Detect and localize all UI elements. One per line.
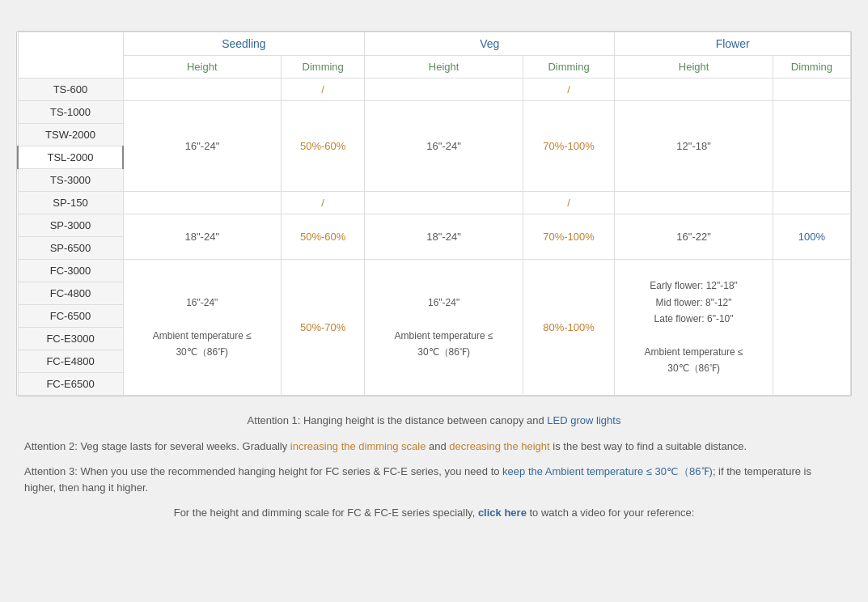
- data-cell: [365, 192, 523, 214]
- data-cell: /: [523, 192, 614, 214]
- data-cell: [773, 192, 850, 214]
- data-cell: 18"-24": [365, 214, 523, 260]
- data-cell: 16"-24"Ambient temperature ≤30℃（86℉): [365, 260, 523, 396]
- data-cell: 50%-70%: [282, 260, 365, 396]
- data-cell: 80%-100%: [523, 260, 614, 396]
- model-cell: FC-E3000: [18, 328, 123, 350]
- click-here-link[interactable]: click here: [478, 507, 527, 519]
- model-cell: TS-600: [18, 78, 123, 101]
- data-cell: [773, 260, 850, 396]
- instruction-table: Seedling Veg Flower Height Dimming Heigh…: [16, 31, 852, 396]
- flower-height-header: Height: [615, 56, 773, 78]
- data-cell: /: [523, 78, 614, 101]
- data-cell: [773, 101, 850, 192]
- data-cell: 100%: [773, 214, 850, 260]
- flower-header: Flower: [615, 32, 851, 56]
- seedling-dimming-header: Dimming: [282, 56, 365, 78]
- data-cell: 16"-22": [615, 214, 773, 260]
- seedling-header: Seedling: [123, 32, 365, 56]
- flower-dimming-header: Dimming: [773, 56, 850, 78]
- model-cell: TS-3000: [18, 169, 123, 192]
- veg-header: Veg: [365, 32, 615, 56]
- data-cell: 16"-24": [365, 101, 523, 192]
- attention-1: Attention 1: Hanging height is the dista…: [24, 413, 844, 429]
- data-cell: 70%-100%: [523, 101, 614, 192]
- table-row: TS-600//: [18, 78, 851, 101]
- attention-4: For the height and dimming scale for FC …: [24, 505, 844, 521]
- attention-2: Attention 2: Veg stage lasts for several…: [24, 439, 844, 455]
- data-cell: /: [282, 78, 365, 101]
- model-cell: TSW-2000: [18, 124, 123, 146]
- model-cell: FC-3000: [18, 260, 123, 282]
- model-cell: FC-E6500: [18, 373, 123, 396]
- data-cell: Early flower: 12"-18"Mid flower: 8"-12"L…: [615, 260, 773, 396]
- data-cell: [365, 78, 523, 101]
- model-cell: SP-6500: [18, 237, 123, 260]
- data-cell: /: [282, 192, 365, 214]
- model-cell: TS-1000: [18, 101, 123, 124]
- data-cell: [123, 78, 282, 101]
- model-cell: TSL-2000: [18, 146, 123, 169]
- data-cell: 12"-18": [615, 101, 773, 192]
- model-cell: SP-3000: [18, 214, 123, 237]
- data-cell: [123, 192, 282, 214]
- attention-3: Attention 3: When you use the recommende…: [24, 464, 844, 495]
- seedling-height-header: Height: [123, 56, 282, 78]
- model-cell: FC-E4800: [18, 350, 123, 373]
- data-cell: 18"-24": [123, 214, 282, 260]
- data-cell: [615, 78, 773, 101]
- data-cell: 50%-60%: [282, 214, 365, 260]
- data-cell: 16"-24"Ambient temperature ≤30℃（86℉): [123, 260, 282, 396]
- table-row: FC-300016"-24"Ambient temperature ≤30℃（8…: [18, 260, 851, 282]
- model-header: [18, 32, 123, 78]
- data-cell: 50%-60%: [282, 101, 365, 192]
- model-cell: SP-150: [18, 192, 123, 214]
- data-cell: 70%-100%: [523, 214, 614, 260]
- veg-height-header: Height: [365, 56, 523, 78]
- model-cell: FC-4800: [18, 282, 123, 305]
- model-cell: FC-6500: [18, 305, 123, 328]
- data-cell: 16"-24": [123, 101, 282, 192]
- table-row: SP-300018"-24"50%-60%18"-24"70%-100%16"-…: [18, 214, 851, 237]
- data-cell: [773, 78, 850, 101]
- table-row: TS-100016"-24"50%-60%16"-24"70%-100%12"-…: [18, 101, 851, 124]
- attention-section: Attention 1: Hanging height is the dista…: [16, 413, 852, 521]
- data-cell: [615, 192, 773, 214]
- veg-dimming-header: Dimming: [523, 56, 614, 78]
- table-row: SP-150//: [18, 192, 851, 214]
